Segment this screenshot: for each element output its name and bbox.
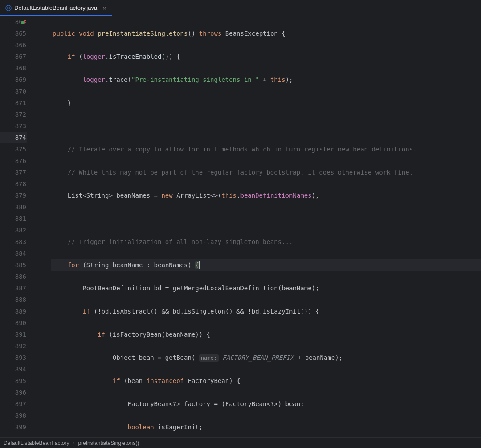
line-number: 870 xyxy=(0,86,27,97)
line-number: 894 xyxy=(0,363,27,375)
tab-label: DefaultListableBeanFactory.java xyxy=(14,4,97,11)
line-number: 875 xyxy=(0,143,27,155)
line-number: 864 xyxy=(0,16,27,28)
line-number: 898 xyxy=(0,410,27,421)
line-number: 874 xyxy=(0,132,27,143)
fold-gutter xyxy=(30,16,51,437)
line-number: 866 xyxy=(0,39,27,51)
code-line[interactable]: boolean isEagerInit; xyxy=(51,421,481,433)
line-number: 890 xyxy=(0,317,27,329)
line-number: 877 xyxy=(0,167,27,178)
line-number: 880 xyxy=(0,201,27,213)
code-line[interactable]: // Trigger initialization of all non-laz… xyxy=(51,236,481,248)
line-number: 865 xyxy=(0,28,27,39)
line-number: 892 xyxy=(0,340,27,352)
text-caret xyxy=(199,261,200,269)
line-number: 895 xyxy=(0,375,27,387)
code-line[interactable]: Object bean = getBean( name: FACTORY_BEA… xyxy=(51,352,481,363)
line-number: 878 xyxy=(0,178,27,190)
line-number: 891 xyxy=(0,329,27,340)
code-line[interactable]: } xyxy=(51,97,481,109)
line-number: 879 xyxy=(0,190,27,201)
line-number: 888 xyxy=(0,294,27,305)
line-number: 886 xyxy=(0,271,27,282)
line-number: 896 xyxy=(0,387,27,398)
code-area[interactable]: public void preInstantiateSingletons() t… xyxy=(51,16,481,437)
code-line[interactable]: if (isFactoryBean(beanName)) { xyxy=(51,329,481,340)
line-number: 893 xyxy=(0,352,27,363)
line-number: 867 xyxy=(0,51,27,62)
tab-bar: C DefaultListableBeanFactory.java × xyxy=(0,0,481,16)
breadcrumb-method[interactable]: preInstantiateSingletons() xyxy=(78,440,139,446)
breadcrumb[interactable]: DefaultListableBeanFactory › preInstanti… xyxy=(0,437,481,448)
line-number: 882 xyxy=(0,224,27,236)
code-line[interactable] xyxy=(51,120,481,132)
line-number: 885 xyxy=(0,259,27,271)
line-number: 883 xyxy=(0,236,27,248)
line-number: 873 xyxy=(0,120,27,132)
file-class-icon: C xyxy=(5,5,12,11)
chevron-right-icon: › xyxy=(73,440,74,446)
code-line[interactable]: // While this may not be part of the reg… xyxy=(51,167,481,178)
code-line[interactable]: if (!bd.isAbstract() && bd.isSingleton()… xyxy=(51,305,481,317)
line-number: 881 xyxy=(0,213,27,224)
line-number: 872 xyxy=(0,109,27,120)
code-line[interactable] xyxy=(51,213,481,224)
line-number: 897 xyxy=(0,398,27,410)
line-number: 899 xyxy=(0,421,27,433)
code-line[interactable]: if (logger.isTraceEnabled()) { xyxy=(51,51,481,62)
line-number: 869 xyxy=(0,74,27,86)
svg-point-2 xyxy=(21,21,24,24)
svg-text:C: C xyxy=(7,6,10,10)
code-line[interactable]: logger.trace("Pre-instantiating singleto… xyxy=(51,74,481,86)
code-line[interactable]: RootBeanDefinition bd = getMergedLocalBe… xyxy=(51,282,481,294)
line-number: 876 xyxy=(0,155,27,167)
code-line[interactable]: List<String> beanNames = new ArrayList<>… xyxy=(51,190,481,201)
line-number: 871 xyxy=(0,97,27,109)
code-line[interactable]: FactoryBean<?> factory = (FactoryBean<?>… xyxy=(51,398,481,410)
code-line[interactable]: if (bean instanceof FactoryBean) { xyxy=(51,375,481,387)
line-number: 887 xyxy=(0,282,27,294)
editor[interactable]: 864 865 866 867 868 869 870 871 872 873 … xyxy=(0,16,481,437)
code-line[interactable]: // Iterate over a copy to allow for init… xyxy=(51,143,481,155)
tab-file[interactable]: C DefaultListableBeanFactory.java × xyxy=(0,0,112,16)
code-line[interactable]: public void preInstantiateSingletons() t… xyxy=(51,28,481,39)
override-gutter-icon[interactable] xyxy=(21,19,27,25)
close-icon[interactable]: × xyxy=(102,4,106,12)
parameter-hint: name: xyxy=(199,354,219,362)
code-line[interactable]: for (String beanName : beanNames) { xyxy=(51,259,481,271)
breadcrumb-class[interactable]: DefaultListableBeanFactory xyxy=(4,440,69,446)
line-number-gutter: 864 865 866 867 868 869 870 871 872 873 … xyxy=(0,16,30,437)
line-number: 884 xyxy=(0,248,27,259)
line-number: 889 xyxy=(0,305,27,317)
line-number: 868 xyxy=(0,62,27,74)
